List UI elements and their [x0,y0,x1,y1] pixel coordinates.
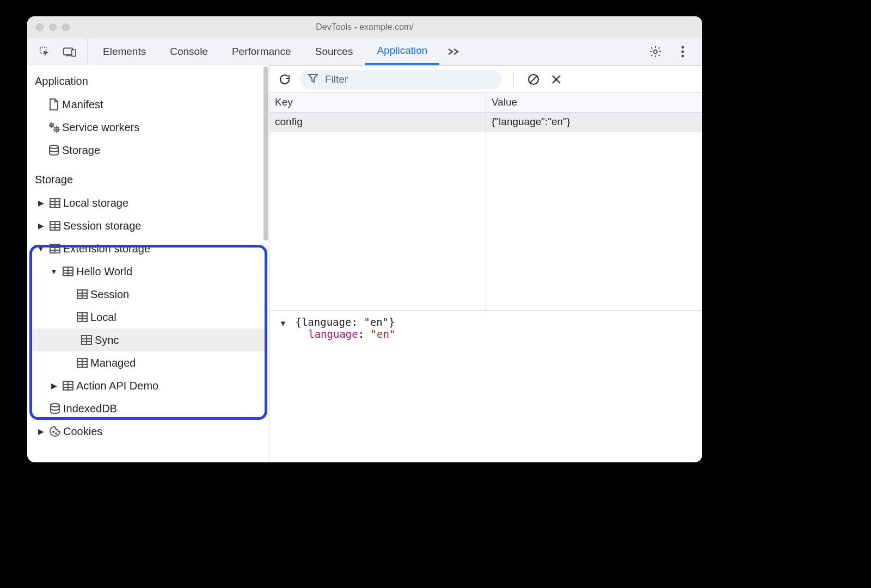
database-icon [47,403,63,414]
label: Storage [62,144,100,157]
separator [513,72,514,87]
tab-sources[interactable]: Sources [303,38,365,65]
svg-line-53 [530,76,537,83]
table-icon [47,220,63,231]
svg-point-7 [682,54,684,57]
object-header[interactable]: ▼ {language: "en"} [277,316,695,328]
kebab-menu-icon[interactable] [675,44,690,59]
svg-point-49 [51,404,59,407]
filter-placeholder: Filter [325,73,348,85]
table-icon [60,266,76,277]
object-property[interactable]: language: "en" [277,328,695,340]
expand-icon: ▶ [48,381,60,390]
label: Manifest [62,98,103,111]
svg-point-9 [51,125,52,126]
refresh-icon[interactable] [277,72,292,87]
label: Service workers [62,121,139,134]
label: Extension storage [63,243,150,255]
expand-icon: ▶ [35,427,47,436]
settings-icon[interactable] [648,44,663,59]
sidebar-scrollbar[interactable] [263,66,268,240]
device-toolbar-icon[interactable] [62,44,77,59]
filter-input[interactable]: Filter [300,70,501,89]
sidebar-item-indexeddb[interactable]: IndexedDB [27,397,269,420]
collapse-icon: ▼ [277,319,289,327]
cell-key: config [269,113,486,132]
devtools-window: DevTools - example.com/ Elements Console [27,16,702,462]
tab-performance[interactable]: Performance [220,38,303,65]
table-header: Key Value [269,93,702,113]
sidebar-item-local[interactable]: Local [27,306,269,329]
table-icon [74,289,90,300]
window-title: DevTools - example.com/ [27,22,702,32]
sidebar-item-action-api-demo[interactable]: ▶ Action API Demo [27,374,269,397]
file-icon [46,98,62,111]
section-storage: Storage [27,162,269,191]
svg-point-11 [56,129,57,130]
table-icon [74,312,90,323]
svg-rect-3 [72,49,76,56]
table-icon [60,380,76,391]
sidebar-item-service-workers[interactable]: Service workers [27,116,269,139]
cell-value: {"language":"en"} [486,113,702,132]
collapse-icon: ▼ [35,244,47,253]
table-icon [78,335,95,345]
label: Cookies [63,425,102,438]
tab-console[interactable]: Console [158,38,220,65]
label: Session storage [63,220,141,232]
label: Hello World [76,265,132,278]
svg-point-50 [53,431,54,432]
sidebar-item-managed[interactable]: Managed [27,351,269,374]
filter-icon [308,73,318,85]
sidebar-item-extension-storage[interactable]: ▼ Extension storage [27,237,269,260]
label: Session [90,288,129,301]
table-icon [47,197,63,208]
sidebar-item-local-storage[interactable]: ▶ Local storage [27,191,269,214]
collapse-icon: ▼ [48,267,60,276]
col-key[interactable]: Key [269,93,486,112]
sidebar-item-storage[interactable]: Storage [27,139,269,162]
tab-application[interactable]: Application [365,38,439,65]
more-tabs-button[interactable] [439,38,468,65]
titlebar: DevTools - example.com/ [27,16,702,38]
sidebar-item-session[interactable]: Session [27,283,269,306]
storage-table: Key Value config {"language":"en"} [269,93,702,311]
sidebar: Application Manifest [27,65,269,462]
label: Managed [90,357,136,369]
main-panel: Filter Key Value [269,65,702,462]
inspect-element-icon[interactable] [37,44,52,59]
col-value[interactable]: Value [486,93,702,112]
section-application: Application [27,71,269,93]
cookie-icon [47,425,63,437]
label: Local [90,311,116,324]
label: Action API Demo [76,380,158,392]
expand-icon: ▶ [35,221,47,230]
sidebar-item-sync[interactable]: Sync [32,329,265,351]
sidebar-item-cookies[interactable]: ▶ Cookies [27,420,269,443]
delete-selected-icon[interactable] [549,72,564,87]
label: IndexedDB [63,403,117,415]
sidebar-item-manifest[interactable]: Manifest [27,93,269,116]
storage-toolbar: Filter [269,66,702,93]
database-icon [46,144,62,156]
svg-point-6 [682,50,684,53]
tab-elements[interactable]: Elements [91,38,158,65]
gears-icon [46,121,62,133]
tabstrip: Elements Console Performance Sources App… [27,38,702,65]
svg-point-12 [50,145,58,148]
body: Application Manifest [27,65,702,462]
sidebar-item-session-storage[interactable]: ▶ Session storage [27,214,269,237]
value-detail-pane: ▼ {language: "en"} language: "en" [269,311,702,462]
expand-icon: ▶ [35,199,47,207]
label: Sync [95,334,119,346]
table-row[interactable]: config {"language":"en"} [269,113,702,132]
clear-all-icon[interactable] [526,72,541,87]
svg-point-5 [682,46,684,48]
svg-point-4 [654,49,657,53]
label: Local storage [63,197,128,209]
table-empty-area [269,132,702,310]
sidebar-item-hello-world[interactable]: ▼ Hello World [27,260,269,283]
table-icon [74,357,90,368]
svg-point-51 [56,433,57,434]
table-icon [47,243,63,254]
